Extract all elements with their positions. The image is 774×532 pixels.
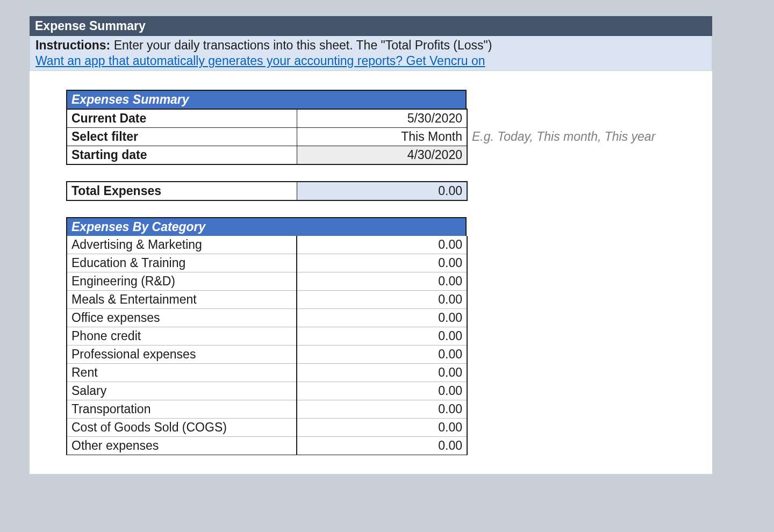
table-row: Meals & Entertainment 0.00 <box>67 291 467 309</box>
category-label: Transportation <box>67 400 297 419</box>
select-filter-label: Select filter <box>67 128 297 146</box>
total-expenses-table: Total Expenses 0.00 <box>66 181 468 201</box>
category-label: Engineering (R&D) <box>67 272 297 291</box>
vencru-link[interactable]: Want an app that automatically generates… <box>35 54 485 68</box>
table-row: Total Expenses 0.00 <box>67 182 467 200</box>
table-row: Salary 0.00 <box>67 382 467 400</box>
table-row: Other expenses 0.00 <box>67 437 467 455</box>
table-row: Professional expenses 0.00 <box>67 346 467 364</box>
category-label: Meals & Entertainment <box>67 291 297 309</box>
category-label: Salary <box>67 382 297 400</box>
table-row: Starting date 4/30/2020 <box>67 146 467 165</box>
instructions-label: Instructions: <box>35 38 110 52</box>
category-label: Advertising & Marketing <box>67 236 297 254</box>
table-row: Transportation 0.00 <box>67 400 467 419</box>
category-label: Other expenses <box>67 437 297 455</box>
content-area: Expenses Summary Current Date 5/30/2020 … <box>30 71 712 474</box>
category-value[interactable]: 0.00 <box>297 272 467 291</box>
category-label: Phone credit <box>67 327 297 346</box>
expenses-by-category-title: Expenses By Category <box>66 217 467 236</box>
instructions-line: Instructions: Enter your daily transacti… <box>35 38 706 53</box>
category-label: Cost of Goods Sold (COGS) <box>67 419 297 437</box>
table-row: Engineering (R&D) 0.00 <box>67 272 467 291</box>
category-label: Rent <box>67 364 297 382</box>
page-title: Expense Summary <box>35 19 146 33</box>
page-title-bar: Expense Summary <box>30 16 712 36</box>
category-value[interactable]: 0.00 <box>297 346 467 364</box>
select-filter-value[interactable]: This Month <box>297 128 467 146</box>
category-value[interactable]: 0.00 <box>297 254 467 272</box>
starting-date-label: Starting date <box>67 146 297 165</box>
category-label: Professional expenses <box>67 346 297 364</box>
page: Expense Summary Instructions: Enter your… <box>30 16 712 474</box>
expenses-summary-table: Current Date 5/30/2020 Select filter Thi… <box>66 109 468 165</box>
category-value[interactable]: 0.00 <box>297 236 467 254</box>
info-block: Instructions: Enter your daily transacti… <box>30 36 712 71</box>
category-value[interactable]: 0.00 <box>297 437 467 455</box>
table-row: Office expenses 0.00 <box>67 309 467 327</box>
expenses-summary-block: Expenses Summary Current Date 5/30/2020 … <box>66 90 712 165</box>
table-row: Cost of Goods Sold (COGS) 0.00 <box>67 419 467 437</box>
category-value[interactable]: 0.00 <box>297 327 467 346</box>
filter-hint: E.g. Today, This month, This year <box>472 130 655 144</box>
category-value[interactable]: 0.00 <box>297 364 467 382</box>
table-row: Phone credit 0.00 <box>67 327 467 346</box>
total-expenses-label: Total Expenses <box>67 182 297 200</box>
instructions-text: Enter your daily transactions into this … <box>110 38 492 52</box>
category-value[interactable]: 0.00 <box>297 419 467 437</box>
table-row: Current Date 5/30/2020 <box>67 109 467 128</box>
table-row: Education & Training 0.00 <box>67 254 467 272</box>
category-value[interactable]: 0.00 <box>297 382 467 400</box>
expenses-summary-title: Expenses Summary <box>66 90 467 109</box>
starting-date-value[interactable]: 4/30/2020 <box>297 146 467 165</box>
table-row: Rent 0.00 <box>67 364 467 382</box>
category-label: Education & Training <box>67 254 297 272</box>
table-row: Advertising & Marketing 0.00 <box>67 236 467 254</box>
category-value[interactable]: 0.00 <box>297 400 467 419</box>
category-value[interactable]: 0.00 <box>297 309 467 327</box>
current-date-label: Current Date <box>67 109 297 128</box>
category-label: Office expenses <box>67 309 297 327</box>
current-date-value[interactable]: 5/30/2020 <box>297 109 467 128</box>
expenses-by-category-table: Advertising & Marketing 0.00 Education &… <box>66 236 468 455</box>
category-value[interactable]: 0.00 <box>297 291 467 309</box>
total-expenses-value: 0.00 <box>297 182 467 200</box>
table-row: Select filter This Month <box>67 128 467 146</box>
